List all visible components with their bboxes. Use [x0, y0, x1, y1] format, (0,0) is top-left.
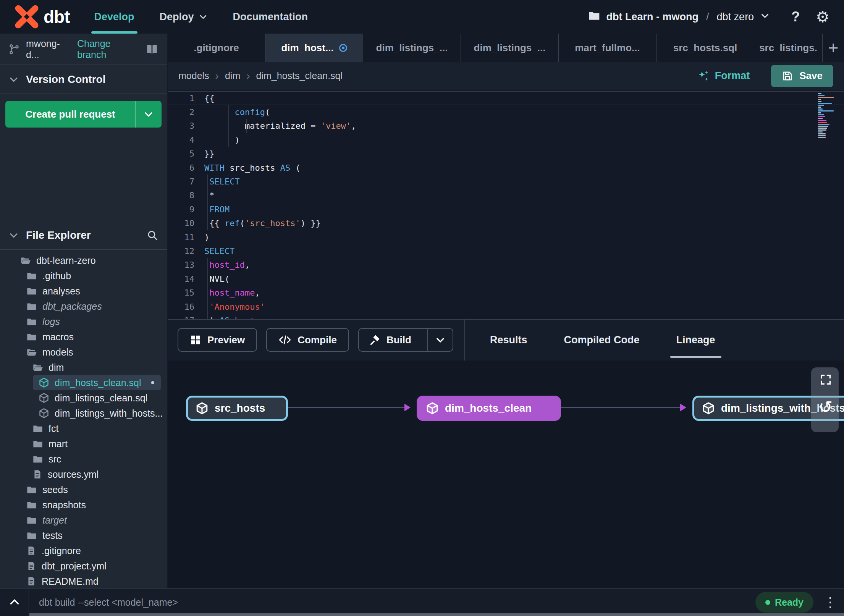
file-tree-item[interactable]: target [0, 513, 167, 528]
nav-item-documentation[interactable]: Documentation [233, 0, 308, 34]
code-line[interactable]: 10 {{ ref('src_hosts') }} [168, 217, 844, 230]
code-line[interactable]: 5}} [168, 147, 844, 161]
kebab-menu-icon[interactable]: ⋮ [820, 594, 840, 610]
search-icon[interactable] [146, 229, 158, 241]
editor-tab[interactable]: src_hosts.sql [656, 34, 754, 62]
file-tree-item[interactable]: src [0, 451, 167, 467]
editor-tab[interactable]: dim_listings_... [363, 34, 461, 62]
create-pull-request-label[interactable]: Create pull request [5, 101, 136, 128]
file-tree-item[interactable]: mart [0, 436, 167, 451]
file-tree-item[interactable]: dbt-learn-zero [0, 253, 167, 268]
code-line[interactable]: 17 ) AS host_name, [168, 314, 844, 319]
minimap-line [818, 93, 821, 94]
code-line[interactable]: 3 materialized = 'view', [168, 119, 844, 133]
editor-tab[interactable]: mart_fullmo... [559, 34, 656, 62]
file-tree-item[interactable]: tests [0, 528, 167, 543]
code-line[interactable]: 14 NVL( [168, 272, 844, 286]
chevron-up-icon[interactable] [0, 589, 29, 616]
breadcrumb-item[interactable]: models [178, 70, 209, 81]
file-tree-item[interactable]: logs [0, 314, 167, 329]
code-line[interactable]: 12SELECT [168, 244, 844, 258]
file-tree-item[interactable]: fct [0, 421, 167, 436]
code-line[interactable]: 11) [168, 230, 844, 244]
file-tree-item[interactable]: sources.yml [0, 467, 167, 482]
file-name: sources.yml [48, 469, 99, 480]
code-line[interactable]: 13 host_id, [168, 258, 844, 272]
code-line[interactable]: 7 SELECT [168, 175, 844, 188]
breadcrumb-item[interactable]: dim_hosts_clean.sql [256, 70, 343, 81]
refresh-icon[interactable]: ↺ [818, 397, 833, 417]
code-line[interactable]: 16 'Anonymous' [168, 300, 844, 314]
code-line[interactable]: 6WITH src_hosts AS ( [168, 161, 844, 175]
file-tree-item[interactable]: dim_hosts_clean.sql• [33, 375, 161, 390]
format-button[interactable]: Format [697, 70, 750, 82]
file-tree-item[interactable]: analyses [0, 283, 167, 299]
code-line[interactable]: 15 host_name, [168, 286, 844, 299]
file-tree-item[interactable]: dim_listings_clean.sql [0, 390, 167, 406]
line-number: 10 [168, 218, 194, 228]
version-control-header[interactable]: Version Control [0, 65, 167, 94]
file-tree-item[interactable]: dim_listings_with_hosts... [0, 406, 167, 421]
file-explorer-header[interactable]: File Explorer [0, 221, 167, 250]
file-tree-item[interactable]: macros [0, 329, 167, 344]
file-name: fct [49, 423, 58, 434]
panel-tab-results[interactable]: Results [490, 320, 527, 361]
model-cube-icon [196, 402, 209, 415]
create-pull-request-button[interactable]: Create pull request [5, 101, 162, 128]
horizontal-scrollbar[interactable] [29, 613, 844, 616]
panel-tab-compiled-code[interactable]: Compiled Code [564, 320, 640, 361]
file-tree-item[interactable]: seeds [0, 482, 167, 497]
file-name: tests [42, 530, 63, 541]
folder-open-icon [26, 347, 37, 357]
file-tree-item[interactable]: dbt_project.yml [0, 558, 167, 574]
editor-tab[interactable]: dim_listings_... [461, 34, 559, 62]
code-line[interactable]: 4 ) [168, 133, 844, 147]
lineage-node[interactable]: src_hosts [186, 396, 288, 421]
code-editor[interactable]: 1{{2 config(3 materialized = 'view',4 )5… [168, 90, 844, 319]
pr-dropdown-chevron-icon[interactable] [136, 101, 162, 128]
file-tree-item[interactable]: dim [0, 360, 167, 375]
minimap[interactable] [818, 93, 837, 138]
nav-item-develop[interactable]: Develop [94, 0, 134, 34]
editor-tab[interactable]: src_listings. [754, 34, 823, 62]
model-icon [39, 393, 49, 403]
build-button[interactable]: Build [358, 328, 453, 352]
editor-tab[interactable]: .gitignore [168, 34, 265, 62]
button-label: Preview [207, 334, 245, 346]
lineage-node[interactable]: dim_hosts_clean [417, 396, 561, 421]
nav-item-deploy[interactable]: Deploy [160, 0, 208, 34]
command-input[interactable]: dbt build --select <model_name> [29, 597, 755, 608]
code-line[interactable]: 9 FROM [168, 202, 844, 216]
panel-tab-lineage[interactable]: Lineage [676, 320, 715, 361]
build-button-main[interactable]: Build [359, 329, 421, 351]
code-line[interactable]: 2 config( [168, 105, 844, 119]
save-button[interactable]: Save [771, 65, 833, 87]
file-tree-item[interactable]: .github [0, 268, 167, 283]
fullscreen-icon[interactable] [814, 368, 837, 391]
build-dropdown-chevron-icon[interactable] [427, 329, 453, 351]
ready-dot-icon [765, 600, 770, 605]
preview-button[interactable]: Preview [178, 328, 257, 352]
project-selector[interactable]: dbt Learn - mwong / dbt zero [588, 10, 770, 24]
dbt-logo[interactable]: dbt [15, 5, 70, 29]
editor-tab-bar: .gitignoredim_host...dim_listings_...dim… [168, 34, 844, 62]
code-line[interactable]: 8 * [168, 189, 844, 202]
file-tree-item[interactable]: README.md [0, 574, 167, 588]
file-name: dim_listings_clean.sql [55, 393, 147, 404]
minimap-line [818, 97, 834, 98]
compile-button[interactable]: Compile [266, 328, 349, 352]
new-tab-button[interactable]: + [823, 34, 844, 62]
code-text: SELECT [204, 175, 844, 188]
file-tree-item[interactable]: models [0, 344, 167, 360]
help-icon[interactable]: ? [791, 9, 800, 25]
book-icon[interactable] [146, 43, 158, 56]
file-tree-item[interactable]: snapshots [0, 497, 167, 513]
lineage-canvas[interactable]: src_hostsdim_hosts_cleandim_listings_wit… [168, 361, 844, 589]
file-tree-item[interactable]: dbt_packages [0, 299, 167, 314]
change-branch-link[interactable]: Change branch [77, 38, 139, 60]
file-tree-item[interactable]: .gitignore [0, 543, 167, 558]
gear-icon[interactable]: ⚙ [816, 8, 829, 26]
code-line[interactable]: 1{{ [168, 91, 844, 105]
breadcrumb-item[interactable]: dim [225, 70, 240, 81]
editor-tab[interactable]: dim_host... [265, 34, 363, 62]
